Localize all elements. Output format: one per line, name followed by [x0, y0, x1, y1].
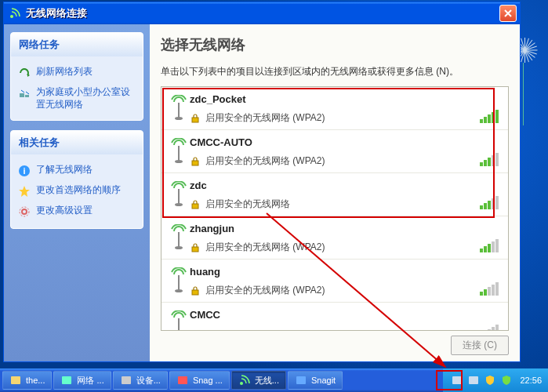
system-tray: 22:56: [443, 368, 548, 392]
wireless-window: 无线网络连接 网络任务 刷新网络列表: [3, 2, 521, 362]
taskbar-button-label: Snagit: [311, 376, 336, 385]
network-item[interactable]: zhangjun启用安全的无线网络 (WPA2): [161, 216, 508, 260]
net-icon[interactable]: [467, 374, 480, 387]
taskbar-button-label: 无线...: [255, 375, 279, 387]
snagit-icon: [295, 374, 307, 387]
network-list[interactable]: zdc_Pocket启用安全的无线网络 (WPA2)CMCC-AUTO启用安全的…: [161, 86, 509, 331]
svg-point-30: [240, 382, 243, 385]
network-item[interactable]: CMCC-AUTO启用安全的无线网络 (WPA2): [161, 130, 508, 173]
clock: 22:56: [520, 376, 542, 385]
wireless-icon: [238, 374, 251, 387]
security-label: 启用安全的无线网络: [205, 198, 290, 211]
sidebar-group-header: 网络任务: [11, 33, 143, 56]
svg-rect-28: [122, 376, 131, 384]
network-ssid: zdc_Pocket: [190, 93, 500, 105]
titlebar[interactable]: 无线网络连接: [4, 2, 520, 24]
network-security-row: 启用安全的无线网络 (WPA2): [190, 284, 500, 297]
svg-point-18: [175, 246, 183, 249]
svg-rect-13: [192, 161, 198, 165]
svg-rect-2: [25, 95, 29, 97]
sidebar-group-related: 相关任务 i 了解无线网络 更改首选网络的顺序: [10, 130, 143, 229]
star-icon: [17, 184, 31, 198]
svg-rect-19: [192, 247, 198, 252]
svg-rect-27: [62, 376, 71, 384]
lock-icon: [190, 156, 201, 167]
connect-button[interactable]: 连接 (C): [451, 336, 509, 355]
svg-rect-10: [192, 118, 198, 122]
signal-strength-icon: [480, 282, 499, 296]
antenna-icon: [168, 310, 190, 331]
network-ssid: huang: [190, 266, 500, 278]
svg-rect-33: [469, 376, 478, 384]
network-ssid: zdc: [190, 180, 500, 191]
network-item[interactable]: CMCC: [161, 303, 508, 331]
network-ssid: zhangjun: [190, 223, 500, 234]
svg-rect-1: [20, 93, 24, 97]
svg-rect-32: [452, 376, 462, 384]
shield-yellow-icon[interactable]: [484, 374, 496, 387]
sidebar-link-label: 刷新网络列表: [36, 66, 93, 78]
lock-icon: [190, 199, 201, 210]
sidebar-link-label: 更改首选网络的顺序: [36, 184, 121, 197]
svg-point-9: [175, 117, 183, 120]
sidebar-link-advanced[interactable]: 更改高级设置: [16, 201, 138, 222]
taskbar-button-label: the...: [26, 376, 45, 385]
svg-point-7: [20, 207, 29, 216]
network-item[interactable]: zdc启用安全的无线网络: [161, 173, 508, 216]
refresh-icon: [17, 66, 31, 80]
sidebar-link-refresh[interactable]: 刷新网络列表: [16, 63, 138, 83]
network-security-row: 启用安全的无线网络 (WPA2): [190, 241, 500, 254]
svg-rect-31: [296, 376, 306, 384]
svg-rect-22: [192, 290, 198, 295]
sidebar-link-label: 更改高级设置: [36, 205, 93, 217]
antenna-icon: [168, 267, 190, 294]
antenna-icon: [168, 95, 190, 122]
snagit-rec-icon: [176, 374, 189, 387]
svg-point-21: [175, 289, 183, 292]
taskbar-button-label: 设备...: [136, 375, 161, 387]
network-item[interactable]: zdc_Pocket启用安全的无线网络 (WPA2): [161, 87, 508, 130]
page-subtitle: 单击以下列表中的项目以连接到区域内的无线网络或获得更多信息 (N)。: [161, 65, 509, 78]
sidebar-link-label: 为家庭或小型办公室设置无线网络: [36, 86, 136, 111]
folder-icon: [9, 374, 22, 387]
wireless-icon: [9, 7, 21, 20]
taskbar-button[interactable]: 无线...: [231, 371, 286, 390]
network-ssid: CMCC-AUTO: [190, 136, 500, 148]
device-icon: [120, 374, 132, 387]
network-item[interactable]: huang启用安全的无线网络 (WPA2): [161, 260, 508, 303]
sidebar-link-preferred-order[interactable]: 更改首选网络的顺序: [16, 181, 138, 201]
taskbar-button[interactable]: 网络 ...: [53, 371, 111, 390]
taskbar-button[interactable]: the...: [2, 371, 52, 390]
svg-rect-29: [178, 376, 187, 384]
security-label: 启用安全的无线网络 (WPA2): [205, 111, 325, 125]
network-security-row: 启用安全的无线网络: [190, 198, 500, 211]
gear-icon: [17, 205, 31, 219]
taskbar-button[interactable]: 设备...: [113, 371, 168, 390]
signal-strength-icon: [480, 239, 499, 252]
svg-rect-16: [192, 204, 198, 209]
antenna-icon: [168, 224, 190, 251]
monitor-icon[interactable]: [451, 374, 463, 387]
security-label: 启用安全的无线网络 (WPA2): [205, 284, 325, 297]
sidebar-link-learn[interactable]: i 了解无线网络: [16, 161, 138, 181]
taskbar-button[interactable]: Snagit: [288, 371, 343, 390]
sidebar-link-setup-home[interactable]: 为家庭或小型办公室设置无线网络: [16, 83, 138, 114]
sidebar: 网络任务 刷新网络列表 为家庭或小型办公室设置无线网络: [4, 24, 150, 361]
antenna-icon: [168, 181, 190, 208]
svg-marker-5: [19, 186, 30, 197]
shield-green-icon[interactable]: [500, 374, 513, 387]
sidebar-link-label: 了解无线网络: [36, 164, 93, 176]
lock-icon: [190, 113, 201, 124]
close-button[interactable]: [499, 5, 517, 22]
sidebar-group-tasks: 网络任务 刷新网络列表 为家庭或小型办公室设置无线网络: [10, 32, 143, 121]
svg-point-15: [175, 203, 183, 206]
network-security-row: 启用安全的无线网络 (WPA2): [190, 154, 500, 168]
security-label: 启用安全的无线网络 (WPA2): [205, 241, 325, 254]
signal-strength-icon: [480, 153, 499, 166]
main-panel: 选择无线网络 单击以下列表中的项目以连接到区域内的无线网络或获得更多信息 (N)…: [150, 24, 520, 361]
taskbar-button[interactable]: Snag ...: [169, 371, 230, 390]
svg-point-0: [10, 15, 13, 18]
signal-strength-icon: [480, 110, 499, 123]
security-label: 启用安全的无线网络 (WPA2): [205, 154, 325, 168]
svg-point-12: [175, 160, 183, 163]
